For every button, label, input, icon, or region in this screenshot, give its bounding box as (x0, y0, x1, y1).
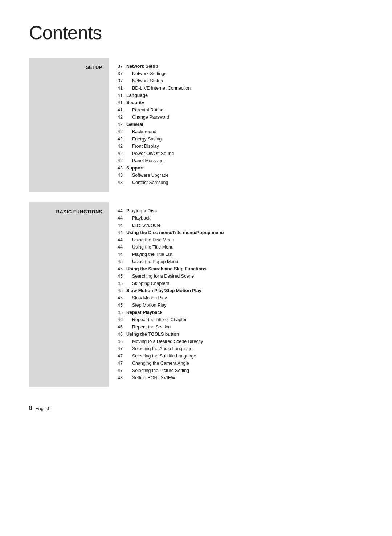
entry-text: Playing the Title List (126, 252, 363, 257)
entry-row: 41BD-LIVE Internet Connection (109, 85, 363, 92)
entry-text: Network Status (126, 78, 363, 83)
entry-page-number: 43 (109, 165, 126, 171)
entry-row: 41Language (109, 92, 363, 99)
entry-page-number: 47 (109, 353, 126, 359)
entry-text: Playback (126, 216, 363, 221)
entry-text: BD-LIVE Internet Connection (126, 86, 363, 91)
entry-text: Using the Popup Menu (126, 259, 363, 264)
entry-page-number: 45 (109, 281, 126, 286)
entry-row: 45Using the Popup Menu (109, 258, 363, 266)
entry-row: 46Repeat the Section (109, 324, 363, 331)
entry-text: Repeat the Title or Chapter (126, 317, 363, 322)
entry-page-number: 45 (109, 274, 126, 279)
entry-page-number: 45 (109, 310, 126, 315)
page-title: Contents (29, 22, 363, 44)
entry-row: 44Playing the Title List (109, 251, 363, 258)
entry-row: 48Setting BONUSVIEW (109, 375, 363, 382)
entry-page-number: 41 (109, 93, 126, 98)
entry-row: 42Power On/Off Sound (109, 150, 363, 157)
entry-row: 42Change Password (109, 114, 363, 121)
entry-text: Slow Motion Play (126, 295, 363, 300)
entry-page-number: 44 (109, 252, 126, 257)
entry-page-number: 37 (109, 64, 126, 69)
entry-page-number: 48 (109, 375, 126, 380)
entry-text: Front Display (126, 144, 363, 149)
entry-row: 45Searching for a Desired Scene (109, 273, 363, 280)
entry-row: 43Software Upgrade (109, 172, 363, 179)
entry-text: Repeat the Section (126, 324, 363, 330)
entry-text: Using the Disc Menu (126, 237, 363, 242)
entry-row: 45Slow Motion Play/Step Motion Play (109, 287, 363, 295)
section-label-text-setup: SETUP (86, 65, 102, 70)
entry-page-number: 46 (109, 324, 126, 330)
entry-text: Selecting the Subtitle Language (126, 353, 363, 359)
entry-text: Panel Message (126, 158, 363, 163)
entry-page-number: 43 (109, 173, 126, 178)
entry-text: General (126, 122, 363, 127)
entry-row: 43Contact Samsung (109, 179, 363, 187)
entry-row: 41Security (109, 99, 363, 107)
entry-row: 44Using the Disc Menu (109, 237, 363, 244)
entry-page-number: 44 (109, 230, 126, 235)
entry-page-number: 46 (109, 339, 126, 344)
entry-text: Using the Disc menu/Title menu/Popup men… (126, 230, 363, 235)
entry-text: Power On/Off Sound (126, 151, 363, 156)
entry-row: 42General (109, 121, 363, 128)
entry-text: Software Upgrade (126, 173, 363, 178)
entry-text: Selecting the Audio Language (126, 346, 363, 351)
entry-text: Using the Search and Skip Functions (126, 266, 363, 271)
entry-text: Setting BONUSVIEW (126, 375, 363, 380)
entry-page-number: 41 (109, 100, 126, 105)
entry-row: 41Parental Rating (109, 107, 363, 114)
contents-container: SETUP37Network Setup37Network Settings37… (29, 58, 363, 387)
entry-row: 46Repeat the Title or Chapter (109, 316, 363, 324)
entry-row: 47Changing the Camera Angle (109, 360, 363, 367)
entry-row: 37Network Settings (109, 70, 363, 78)
entry-text: Step Motion Play (126, 303, 363, 308)
entry-page-number: 37 (109, 78, 126, 83)
entry-page-number: 44 (109, 223, 126, 228)
entry-page-number: 42 (109, 115, 126, 120)
entry-page-number: 46 (109, 332, 126, 337)
section-label-col-setup: SETUP (29, 58, 109, 192)
entry-text: Playing a Disc (126, 208, 363, 213)
entry-row: 37Network Setup (109, 63, 363, 70)
entry-text: Energy Saving (126, 136, 363, 142)
entry-row: 47Selecting the Picture Setting (109, 367, 363, 375)
entry-page-number: 44 (109, 237, 126, 242)
entry-page-number: 41 (109, 107, 126, 112)
entry-text: Selecting the Picture Setting (126, 368, 363, 373)
entry-text: Security (126, 100, 363, 105)
entry-page-number: 47 (109, 368, 126, 373)
entry-page-number: 45 (109, 266, 126, 271)
entry-text: Support (126, 165, 363, 171)
entry-text: Searching for a Desired Scene (126, 274, 363, 279)
entry-text: Background (126, 129, 363, 134)
entry-row: 47Selecting the Subtitle Language (109, 353, 363, 360)
entry-page-number: 45 (109, 288, 126, 293)
entry-row: 45Repeat Playback (109, 309, 363, 316)
entry-row: 44Disc Structure (109, 222, 363, 229)
entry-page-number: 44 (109, 245, 126, 250)
footer-language: English (35, 406, 51, 411)
footer-page-number: 8 (29, 405, 32, 412)
entry-page-number: 37 (109, 71, 126, 76)
entry-text: Change Password (126, 115, 363, 120)
section-entries-setup: 37Network Setup37Network Settings37Netwo… (109, 58, 363, 192)
entry-row: 42Panel Message (109, 157, 363, 165)
section-entries-basic-functions: 44Playing a Disc44Playback44Disc Structu… (109, 202, 363, 387)
entry-page-number: 44 (109, 216, 126, 221)
entry-page-number: 42 (109, 136, 126, 142)
entry-page-number: 42 (109, 158, 126, 163)
entry-text: Contact Samsung (126, 180, 363, 185)
entry-page-number: 42 (109, 151, 126, 156)
entry-row: 44Using the Title Menu (109, 244, 363, 251)
entry-text: Changing the Camera Angle (126, 361, 363, 366)
entry-text: Moving to a Desired Scene Directly (126, 339, 363, 344)
entry-row: 46Using the TOOLS button (109, 331, 363, 338)
entry-row: 45Step Motion Play (109, 302, 363, 309)
section-label-col-basic-functions: BASIC FUNCTIONS (29, 202, 109, 387)
entry-page-number: 44 (109, 208, 126, 213)
entry-text: Using the Title Menu (126, 245, 363, 250)
entry-text: Network Settings (126, 71, 363, 76)
